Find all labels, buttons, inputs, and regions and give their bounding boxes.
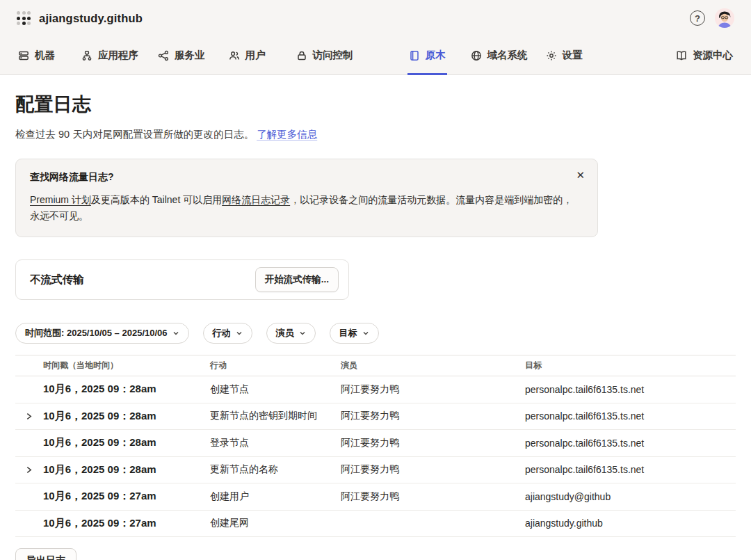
expand-row-button[interactable]	[15, 413, 43, 420]
streaming-status-card: 不流式传输 开始流式传输...	[15, 259, 349, 300]
page-subtitle-text: 检查过去 90 天内对尾网配置设置所做的更改的日志。	[15, 129, 254, 140]
log-target: ajiangstudy.github	[525, 518, 736, 529]
log-target: personalpc.tail6f6135.ts.net	[525, 438, 736, 449]
nav-dns[interactable]: 域名系统	[469, 36, 529, 74]
user-avatar[interactable]	[715, 8, 734, 28]
nav-logs[interactable]: 原木	[407, 36, 447, 74]
log-target: ajiangstudy@github	[525, 491, 736, 502]
logs-icon	[409, 50, 420, 61]
nav-machines[interactable]: 机器	[17, 36, 56, 74]
table-row: 10月6，2025 09：27am 创建用户 阿江要努力鸭 ajiangstud…	[15, 483, 736, 511]
nav-apps-label: 应用程序	[98, 49, 138, 62]
banner-text-1: 及更高版本的 Tailnet 可以启用	[91, 194, 222, 205]
log-action: 创建尾网	[210, 517, 341, 529]
log-action: 更新节点的密钥到期时间	[210, 410, 341, 422]
start-streaming-button[interactable]: 开始流式传输...	[255, 267, 339, 292]
table-row: 10月6，2025 09：28am 登录节点 阿江要努力鸭 personalpc…	[15, 430, 736, 457]
banner-body: Premium 计划及更高版本的 Tailnet 可以启用网络流日志记录，以记录…	[30, 192, 579, 224]
log-actor: 阿江要努力鸭	[341, 490, 525, 503]
nav-logs-label: 原木	[426, 49, 446, 62]
time-range-filter-label: 时间范围: 2025/10/05 – 2025/10/06	[25, 327, 168, 339]
log-actor: 阿江要努力鸭	[341, 437, 525, 449]
col-header-target: 目标	[525, 360, 736, 371]
log-action: 创建用户	[210, 490, 341, 503]
main-content: 配置日志 检查过去 90 天内对尾网配置设置所做的更改的日志。 了解更多信息 查…	[0, 75, 751, 560]
close-icon[interactable]: ✕	[576, 170, 585, 180]
nav-services[interactable]: 服务业	[156, 36, 207, 74]
network-flow-logs-banner: 查找网络流量日志? ✕ Premium 计划及更高版本的 Tailnet 可以启…	[15, 159, 598, 237]
export-section: 导出日志	[15, 548, 736, 560]
network-flow-logging-link[interactable]: 网络流日志记录	[222, 194, 290, 205]
table-row: 10月6，2025 09：28am 更新节点的名称 阿江要努力鸭 persona…	[15, 457, 736, 484]
chevron-down-icon	[172, 330, 179, 337]
tailnet-name: ajiangstudy.github	[39, 12, 143, 25]
services-icon	[158, 50, 169, 61]
log-timestamp: 10月6，2025 09：28am	[43, 463, 210, 477]
nav-users[interactable]: 用户	[227, 36, 267, 74]
log-timestamp: 10月6，2025 09：28am	[43, 436, 210, 449]
log-action: 更新节点的名称	[210, 463, 341, 476]
chevron-down-icon	[236, 330, 243, 337]
tailscale-logo-icon	[17, 11, 31, 25]
learn-more-link[interactable]: 了解更多信息	[257, 129, 317, 140]
chevron-down-icon	[299, 330, 306, 337]
help-button[interactable]: ?	[690, 10, 705, 26]
nav-settings-label: 设置	[563, 49, 583, 62]
nav-apps[interactable]: 应用程序	[80, 36, 140, 74]
log-timestamp: 10月6，2025 09：27am	[43, 490, 210, 503]
nav-users-label: 用户	[245, 49, 266, 62]
nav-dns-label: 域名系统	[487, 49, 528, 62]
action-filter-label: 行动	[213, 327, 231, 339]
log-action: 登录节点	[210, 437, 341, 449]
log-target: personalpc.tail6f6135.ts.net	[525, 464, 736, 475]
nav-machines-label: 机器	[35, 49, 55, 62]
log-timestamp: 10月6，2025 09：27am	[43, 517, 210, 530]
table-header-row: 时间戳（当地时间） 行动 演员 目标	[15, 355, 736, 376]
table-row: 10月6，2025 09：28am 更新节点的密钥到期时间 阿江要努力鸭 per…	[15, 403, 736, 431]
action-filter[interactable]: 行动	[203, 323, 252, 344]
top-chrome: ajiangstudy.github ? 机器 应用程序	[0, 0, 751, 75]
log-timestamp: 10月6，2025 09：28am	[43, 410, 210, 423]
nav-settings[interactable]: 设置	[544, 36, 584, 74]
machines-icon	[18, 50, 29, 61]
banner-title: 查找网络流量日志?	[30, 171, 583, 184]
table-row: 10月6，2025 09：28am 创建节点 阿江要努力鸭 personalpc…	[15, 376, 736, 403]
globe-icon	[471, 50, 482, 61]
avatar-illustration	[715, 8, 734, 28]
premium-plan-link[interactable]: Premium 计划	[30, 194, 91, 205]
table-row: 10月6，2025 09：27am 创建尾网 ajiangstudy.githu…	[15, 511, 736, 538]
actor-filter-label: 演员	[276, 327, 294, 339]
chevron-down-icon	[362, 330, 369, 337]
users-icon	[229, 50, 240, 61]
nav-resource-center[interactable]: 资源中心	[675, 36, 734, 74]
export-logs-button[interactable]: 导出日志	[15, 548, 76, 560]
col-header-actor: 演员	[341, 360, 525, 371]
gear-icon	[546, 50, 557, 61]
config-log-table: 时间戳（当地时间） 行动 演员 目标 10月6，2025 09：28am 创建节…	[15, 355, 736, 537]
log-target: personalpc.tail6f6135.ts.net	[525, 410, 736, 422]
actor-filter[interactable]: 演员	[266, 323, 316, 344]
apps-icon	[81, 50, 92, 61]
log-actor: 阿江要努力鸭	[341, 463, 525, 476]
streaming-status-label: 不流式传输	[30, 273, 84, 287]
col-header-timestamp: 时间戳（当地时间）	[43, 360, 210, 371]
chevron-right-icon	[25, 413, 33, 420]
log-filters: 时间范围: 2025/10/05 – 2025/10/06 行动 演员 目标	[15, 323, 736, 344]
page-subtitle: 检查过去 90 天内对尾网配置设置所做的更改的日志。 了解更多信息	[15, 128, 736, 141]
lock-icon	[296, 50, 307, 61]
log-timestamp: 10月6，2025 09：28am	[43, 383, 210, 396]
target-filter-label: 目标	[339, 327, 357, 339]
topbar: ajiangstudy.github ?	[0, 0, 751, 36]
nav-services-label: 服务业	[175, 49, 205, 62]
log-actor: 阿江要努力鸭	[341, 383, 525, 396]
col-header-action: 行动	[210, 360, 341, 371]
log-target: personalpc.tail6f6135.ts.net	[525, 384, 736, 395]
target-filter[interactable]: 目标	[330, 323, 379, 344]
page-title: 配置日志	[15, 92, 736, 117]
time-range-filter[interactable]: 时间范围: 2025/10/05 – 2025/10/06	[15, 323, 189, 344]
log-action: 创建节点	[210, 383, 341, 396]
nav-access-controls[interactable]: 访问控制	[295, 36, 355, 74]
chevron-right-icon	[25, 466, 33, 474]
open-book-icon	[676, 50, 687, 61]
expand-row-button[interactable]	[15, 466, 43, 474]
